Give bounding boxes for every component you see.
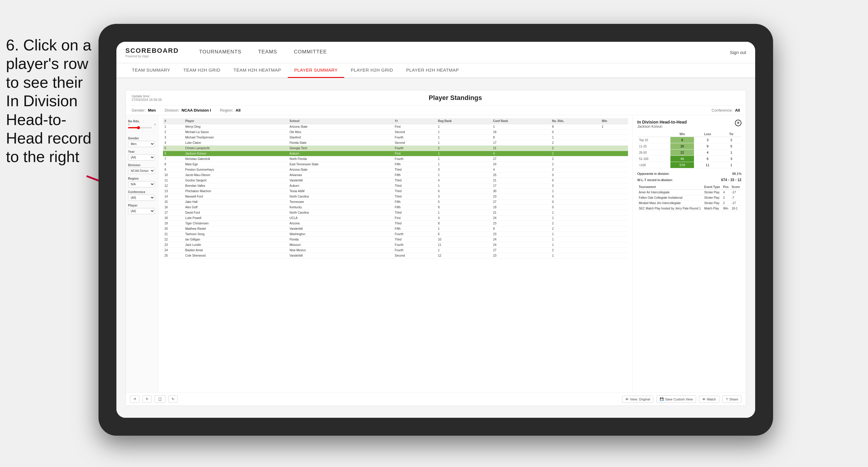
- undo-button[interactable]: ↺: [130, 395, 140, 403]
- cell-yr: Fifth: [394, 205, 437, 210]
- division-select[interactable]: NCAA Division I: [128, 168, 155, 174]
- sign-out-button[interactable]: Sign out: [730, 50, 746, 55]
- cell-yr: Third: [394, 189, 437, 194]
- filters-panel: No Rds. 6 6 Gender: [126, 115, 158, 393]
- cell-win: [600, 162, 628, 167]
- cell-num: 10: [163, 173, 184, 178]
- gender-select[interactable]: Men: [128, 141, 155, 147]
- cell-rds: 2: [550, 226, 600, 231]
- cell-win: [600, 253, 628, 258]
- nav-item-teams[interactable]: TEAMS: [250, 42, 286, 63]
- cell-school: Auburn: [288, 151, 394, 156]
- table-row[interactable]: 23 Jack Lundin Missouri Fourth 11 24 1: [163, 242, 628, 248]
- table-row[interactable]: 9 Preston Summerhays Arizona State Third…: [163, 167, 628, 173]
- nav-item-tournaments[interactable]: TOURNAMENTS: [191, 42, 250, 63]
- cell-player: Brendan Valles: [184, 183, 288, 189]
- table-row[interactable]: 11 Gordon Sargent Vanderbilt Third 4 21 …: [163, 178, 628, 183]
- cell-num: 17: [163, 210, 184, 215]
- table-row[interactable]: 17 David Ford North Carolina Third 1 21 …: [163, 210, 628, 215]
- cell-rds: 0: [550, 194, 600, 199]
- year-select[interactable]: (All): [128, 154, 155, 160]
- cell-win: [600, 178, 628, 183]
- cell-reg: 3: [436, 167, 492, 173]
- h2h-cell-range: 11-25: [637, 143, 671, 150]
- table-row[interactable]: 2 Michael La Sasso Ole Miss Second 1 18 …: [163, 129, 628, 135]
- table-row[interactable]: 4 Luke Claton Florida State Second 1 17 …: [163, 140, 628, 146]
- table-row[interactable]: 18 Luke Powell UCLA First 4 24 1: [163, 215, 628, 221]
- cell-win: [600, 189, 628, 194]
- table-row[interactable]: 21 Taehoon Song Washington Fourth 6 23 1: [163, 231, 628, 237]
- cell-num: 12: [163, 183, 184, 189]
- wlt-label: W-L-T record in-division:: [637, 178, 673, 182]
- cell-reg: 1: [436, 162, 492, 167]
- table-row[interactable]: 20 Matthew Riedel Vanderbilt Fifth 1 8 2: [163, 226, 628, 231]
- table-row[interactable]: 10 Jacob Mau-Oleson Arkansas Fifth 1 25 …: [163, 173, 628, 178]
- tab-team-h2h-grid[interactable]: TEAM H2H GRID: [177, 63, 227, 78]
- tourn-col-name: Tournament: [637, 184, 703, 190]
- table-row[interactable]: 3 Michael Thorbjornsen Stanford Fourth 1…: [163, 135, 628, 140]
- table-row[interactable]: 6 Jackson Koivun Auburn First 1 4 1: [163, 151, 628, 156]
- cell-player: Ian Gilligan: [184, 237, 288, 242]
- col-reg-rank: Reg Rank: [436, 118, 492, 124]
- cell-win: [600, 156, 628, 162]
- table-row[interactable]: 8 Mats Ege East Tennessee State Fifth 1 …: [163, 162, 628, 167]
- table-row[interactable]: 15 Jake Hall Tennessee Fifth 5 27 0: [163, 199, 628, 205]
- cell-school: Vanderbilt: [288, 253, 394, 258]
- h2h-close-button[interactable]: ✕: [735, 120, 741, 126]
- cell-rds: 2: [550, 167, 600, 173]
- table-row[interactable]: 5 Christo Lamprecht Georgia Tech Fourth …: [163, 146, 628, 151]
- nav-item-committee[interactable]: COMMITTEE: [285, 42, 335, 63]
- refresh-button[interactable]: ↻: [168, 395, 178, 403]
- table-row[interactable]: 12 Brendan Valles Auburn Third 1 17 0: [163, 183, 628, 189]
- table-row[interactable]: 13 Phichaksn Maichon Texas A&M Third 6 3…: [163, 189, 628, 194]
- cell-reg: 1: [436, 129, 492, 135]
- cell-num: 3: [163, 135, 184, 140]
- cell-yr: First: [394, 215, 437, 221]
- cell-conf: 24: [492, 162, 551, 167]
- cell-yr: Third: [394, 210, 437, 215]
- redo-button[interactable]: ↻: [143, 395, 152, 403]
- cell-conf: 30: [492, 189, 551, 194]
- table-row[interactable]: 25 Cole Sherwood Vanderbilt Second 12 23…: [163, 253, 628, 258]
- conference-select[interactable]: (All): [128, 194, 155, 201]
- tab-player-h2h-grid[interactable]: PLAYER H2H GRID: [344, 63, 399, 78]
- h2h-cell-loss: 3: [694, 137, 721, 143]
- watch-button[interactable]: 👁 Watch: [699, 396, 719, 403]
- col-player: Player: [184, 118, 288, 124]
- tournament-row: Amer Ari Intercollegiate Stroke Play 4 -…: [637, 190, 741, 195]
- report-header: Update time: 27/03/2024 16:56:26 Player …: [126, 90, 746, 106]
- cell-school: Stanford: [288, 135, 394, 140]
- cell-yr: Fifth: [394, 226, 437, 231]
- cell-win: [600, 226, 628, 231]
- table-row[interactable]: 1 Wenyi Ding Arizona State First 1 1 8 1: [163, 124, 628, 129]
- region-select[interactable]: N/A: [128, 181, 155, 187]
- table-row[interactable]: 14 Maxwell Ford North Carolina Third 3 2…: [163, 194, 628, 199]
- cell-yr: Second: [394, 253, 437, 258]
- cell-yr: Third: [394, 167, 437, 173]
- tourn-col-score: Score: [730, 184, 741, 190]
- table-row[interactable]: 19 Tiger Christensen Arizona Third 8 23 …: [163, 221, 628, 226]
- cell-reg: 6: [436, 189, 492, 194]
- table-row[interactable]: 22 Ian Gilligan Florida Third 10 24 1: [163, 237, 628, 242]
- save-custom-button[interactable]: 💾 Save Custom View: [656, 395, 696, 403]
- cell-yr: Second: [394, 129, 437, 135]
- table-row[interactable]: 24 Bastien Amat New Mexico Fourth 1 27 2: [163, 248, 628, 253]
- table-row[interactable]: 7 Nicholas Gabrelcik North Florida Fourt…: [163, 156, 628, 162]
- tab-player-h2h-heatmap[interactable]: PLAYER H2H HEATMAP: [400, 63, 466, 78]
- col-num: #: [163, 118, 184, 124]
- tab-team-summary[interactable]: TEAM SUMMARY: [125, 63, 177, 78]
- h2h-cell-win: 20: [671, 143, 694, 150]
- cell-conf: 17: [492, 140, 551, 146]
- cell-conf: 27: [492, 156, 551, 162]
- cell-school: North Florida: [288, 156, 394, 162]
- view-original-button[interactable]: 👁 View: Original: [622, 396, 653, 403]
- tab-player-summary[interactable]: PLAYER SUMMARY: [288, 63, 344, 78]
- share-button[interactable]: ⇧ Share: [722, 395, 741, 403]
- tourn-cell-score: -17: [730, 190, 741, 195]
- cell-win: [600, 248, 628, 253]
- player-select[interactable]: (All): [128, 208, 155, 214]
- tab-team-h2h-heatmap[interactable]: TEAM H2H HEATMAP: [227, 63, 287, 78]
- tourn-cell-name: Amer Ari Intercollegiate: [637, 190, 703, 195]
- copy-button[interactable]: 📋: [155, 395, 165, 403]
- table-row[interactable]: 16 Alex Goff Kentucky Fifth 8 19 0: [163, 205, 628, 210]
